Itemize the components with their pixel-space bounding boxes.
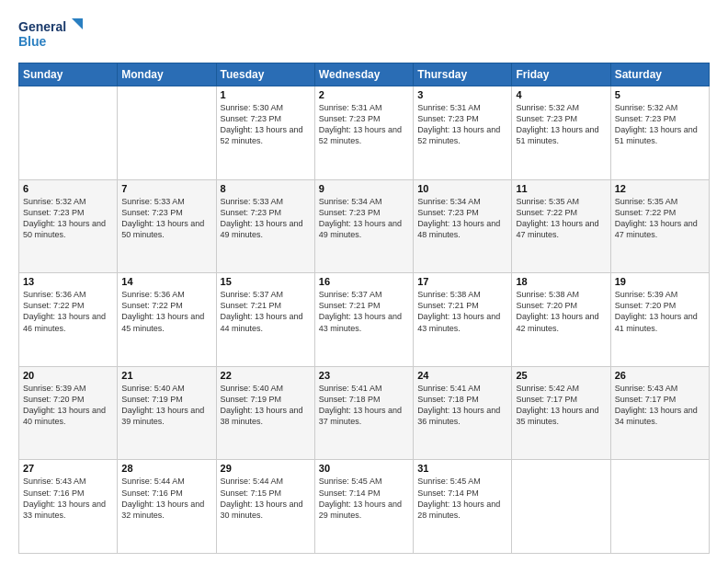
cell-info: Daylight: 13 hours and 29 minutes. [319, 499, 409, 521]
cell-info: Sunrise: 5:40 AM [121, 383, 211, 394]
calendar-cell: 3Sunrise: 5:31 AMSunset: 7:23 PMDaylight… [414, 86, 512, 180]
day-number: 2 [319, 89, 409, 100]
day-number: 31 [417, 463, 507, 474]
cell-info: Sunset: 7:21 PM [319, 300, 409, 311]
col-header-friday: Friday [512, 63, 610, 86]
cell-info: Daylight: 13 hours and 50 minutes. [23, 218, 113, 240]
cell-info: Daylight: 13 hours and 36 minutes. [417, 405, 507, 427]
cell-info: Sunset: 7:20 PM [615, 300, 705, 311]
cell-info: Daylight: 13 hours and 30 minutes. [221, 499, 311, 521]
calendar-cell: 15Sunrise: 5:37 AMSunset: 7:21 PMDayligh… [216, 273, 314, 367]
cell-info: Sunset: 7:23 PM [615, 113, 705, 124]
col-header-tuesday: Tuesday [216, 63, 314, 86]
cell-info: Daylight: 13 hours and 34 minutes. [615, 405, 705, 427]
calendar-cell: 11Sunrise: 5:35 AMSunset: 7:22 PMDayligh… [512, 179, 610, 273]
cell-info: Sunrise: 5:31 AM [417, 102, 507, 113]
day-number: 24 [417, 370, 507, 381]
calendar-header-row: SundayMondayTuesdayWednesdayThursdayFrid… [19, 63, 710, 86]
cell-info: Sunset: 7:23 PM [121, 207, 211, 218]
day-number: 8 [221, 183, 311, 194]
calendar-cell: 12Sunrise: 5:35 AMSunset: 7:22 PMDayligh… [610, 179, 709, 273]
cell-info: Sunset: 7:22 PM [121, 300, 211, 311]
cell-info: Sunrise: 5:38 AM [417, 289, 507, 300]
day-number: 14 [121, 276, 211, 287]
calendar-cell: 5Sunrise: 5:32 AMSunset: 7:23 PMDaylight… [610, 86, 709, 180]
cell-info: Sunrise: 5:37 AM [221, 289, 311, 300]
cell-info: Sunrise: 5:43 AM [615, 383, 705, 394]
cell-info: Sunrise: 5:32 AM [615, 102, 705, 113]
day-number: 1 [221, 89, 311, 100]
day-number: 4 [516, 89, 606, 100]
calendar-cell: 8Sunrise: 5:33 AMSunset: 7:23 PMDaylight… [216, 179, 314, 273]
cell-info: Daylight: 13 hours and 32 minutes. [121, 499, 211, 521]
day-number: 20 [23, 370, 113, 381]
day-number: 13 [23, 276, 113, 287]
cell-info: Sunset: 7:20 PM [516, 300, 606, 311]
calendar-cell: 20Sunrise: 5:39 AMSunset: 7:20 PMDayligh… [19, 366, 118, 460]
cell-info: Sunrise: 5:39 AM [615, 289, 705, 300]
cell-info: Daylight: 13 hours and 42 minutes. [516, 311, 606, 333]
calendar-cell: 25Sunrise: 5:42 AMSunset: 7:17 PMDayligh… [512, 366, 610, 460]
cell-info: Sunset: 7:23 PM [417, 207, 507, 218]
calendar-cell: 2Sunrise: 5:31 AMSunset: 7:23 PMDaylight… [314, 86, 413, 180]
cell-info: Sunrise: 5:35 AM [516, 196, 606, 207]
day-number: 25 [516, 370, 606, 381]
calendar-cell [19, 86, 118, 180]
calendar-cell [610, 460, 709, 554]
cell-info: Sunrise: 5:41 AM [417, 383, 507, 394]
cell-info: Sunrise: 5:33 AM [121, 196, 211, 207]
cell-info: Sunset: 7:21 PM [221, 300, 311, 311]
cell-info: Sunset: 7:20 PM [23, 394, 113, 405]
svg-marker-2 [72, 18, 83, 29]
calendar-week-row: 20Sunrise: 5:39 AMSunset: 7:20 PMDayligh… [19, 366, 710, 460]
cell-info: Daylight: 13 hours and 37 minutes. [319, 405, 409, 427]
cell-info: Sunset: 7:17 PM [615, 394, 705, 405]
cell-info: Sunset: 7:23 PM [516, 113, 606, 124]
cell-info: Sunrise: 5:36 AM [121, 289, 211, 300]
cell-info: Sunset: 7:18 PM [319, 394, 409, 405]
cell-info: Daylight: 13 hours and 38 minutes. [221, 405, 311, 427]
cell-info: Sunset: 7:23 PM [319, 113, 409, 124]
cell-info: Daylight: 13 hours and 51 minutes. [615, 124, 705, 146]
cell-info: Daylight: 13 hours and 33 minutes. [23, 499, 113, 521]
cell-info: Daylight: 13 hours and 52 minutes. [417, 124, 507, 146]
svg-text:Blue: Blue [18, 34, 47, 49]
calendar-cell: 30Sunrise: 5:45 AMSunset: 7:14 PMDayligh… [314, 460, 413, 554]
calendar-cell [118, 86, 216, 180]
cell-info: Sunrise: 5:31 AM [319, 102, 409, 113]
col-header-saturday: Saturday [610, 63, 709, 86]
cell-info: Sunrise: 5:34 AM [417, 196, 507, 207]
cell-info: Sunset: 7:15 PM [221, 488, 311, 499]
logo: General Blue [18, 17, 83, 53]
calendar-cell: 13Sunrise: 5:36 AMSunset: 7:22 PMDayligh… [19, 273, 118, 367]
cell-info: Sunrise: 5:37 AM [319, 289, 409, 300]
calendar-cell: 6Sunrise: 5:32 AMSunset: 7:23 PMDaylight… [19, 179, 118, 273]
cell-info: Sunrise: 5:33 AM [221, 196, 311, 207]
cell-info: Sunset: 7:17 PM [516, 394, 606, 405]
calendar-cell: 16Sunrise: 5:37 AMSunset: 7:21 PMDayligh… [314, 273, 413, 367]
calendar-cell: 24Sunrise: 5:41 AMSunset: 7:18 PMDayligh… [414, 366, 512, 460]
cell-info: Daylight: 13 hours and 47 minutes. [516, 218, 606, 240]
day-number: 7 [121, 183, 211, 194]
page: General Blue SundayMondayTuesdayWednesda… [0, 0, 728, 563]
cell-info: Sunrise: 5:35 AM [615, 196, 705, 207]
cell-info: Sunset: 7:23 PM [319, 207, 409, 218]
cell-info: Daylight: 13 hours and 47 minutes. [615, 218, 705, 240]
calendar-cell: 28Sunrise: 5:44 AMSunset: 7:16 PMDayligh… [118, 460, 216, 554]
cell-info: Daylight: 13 hours and 35 minutes. [516, 405, 606, 427]
cell-info: Sunrise: 5:32 AM [23, 196, 113, 207]
cell-info: Sunset: 7:23 PM [221, 207, 311, 218]
cell-info: Sunset: 7:22 PM [516, 207, 606, 218]
cell-info: Sunrise: 5:44 AM [221, 476, 311, 487]
cell-info: Daylight: 13 hours and 49 minutes. [319, 218, 409, 240]
cell-info: Sunrise: 5:34 AM [319, 196, 409, 207]
cell-info: Sunset: 7:21 PM [417, 300, 507, 311]
cell-info: Daylight: 13 hours and 48 minutes. [417, 218, 507, 240]
cell-info: Sunset: 7:23 PM [417, 113, 507, 124]
day-number: 16 [319, 276, 409, 287]
col-header-sunday: Sunday [19, 63, 118, 86]
cell-info: Sunrise: 5:38 AM [516, 289, 606, 300]
cell-info: Sunset: 7:22 PM [615, 207, 705, 218]
calendar-week-row: 13Sunrise: 5:36 AMSunset: 7:22 PMDayligh… [19, 273, 710, 367]
logo-svg: General Blue [18, 17, 83, 53]
